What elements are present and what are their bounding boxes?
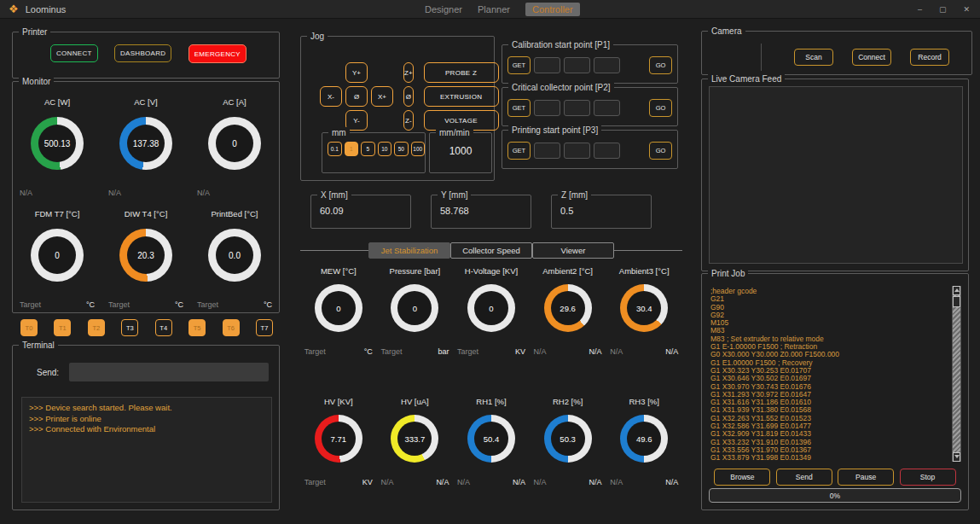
print-job-button[interactable]: Stop (900, 469, 956, 486)
step-size-button[interactable]: 1 (345, 142, 359, 156)
tool-button[interactable]: T0 (20, 319, 38, 336)
point-coordinate-field[interactable] (534, 57, 560, 73)
gauge-label: MEW [°C] (321, 266, 357, 277)
terminal-send-input[interactable] (69, 363, 269, 381)
point-coordinate-field[interactable] (564, 143, 590, 159)
gauge-value: 0.0 (208, 229, 261, 282)
jog-z-minus-button[interactable]: Z- (403, 110, 414, 131)
jog-z-home-button[interactable]: Ø (403, 86, 414, 107)
step-size-button[interactable]: 100 (411, 142, 426, 156)
gauge-value: 500.13 (31, 117, 84, 170)
step-size-button[interactable]: 0.1 (328, 142, 342, 156)
jog-action-button[interactable]: EXTRUSION (424, 86, 499, 107)
gauge: AC [W] 500.13 N/A (13, 97, 101, 197)
gauge-value: 50.3 (544, 415, 592, 463)
jog-xy-home-button[interactable]: Ø (345, 86, 368, 107)
gauge-value: 29.6 (544, 284, 592, 332)
terminal-log-line: >>> Connected with Environmental (29, 424, 264, 435)
point-go-button[interactable]: GO (649, 142, 672, 160)
jog-step-settings: mm 0.1 1 5 10 50 100 mm/min 1000 (322, 132, 492, 173)
app-logo-icon: ❖ (9, 3, 19, 15)
tool-button[interactable]: T1 (54, 319, 71, 336)
tool-button[interactable]: T5 (188, 319, 206, 336)
gauge-target-label: N/A (108, 189, 121, 197)
camera-button[interactable]: Record (910, 49, 949, 66)
gauge-unit-label: N/A (589, 347, 602, 356)
print-job-button[interactable]: Pause (838, 469, 894, 486)
jog-y-plus-button[interactable]: Y+ (345, 62, 368, 83)
step-size-button[interactable]: 50 (394, 142, 409, 156)
nav-tab[interactable]: Planner (478, 4, 510, 15)
view-tab[interactable]: Jet Stabilization (368, 242, 450, 259)
gauge-label: AC [A] (223, 97, 246, 108)
title-bar: ❖ Loominus Designer Planner Controller –… (0, 0, 980, 19)
gauge-sublabels: N/A N/A (457, 478, 525, 486)
gauge-value: 50.4 (467, 415, 515, 463)
step-size-button[interactable]: 10 (378, 142, 392, 156)
gcode-scrollbar[interactable] (952, 286, 961, 462)
camera-select[interactable] (710, 44, 762, 71)
gauge-target-label: N/A (20, 189, 32, 197)
scrollbar-thumb[interactable] (953, 296, 960, 307)
gauge-target-label: N/A (534, 347, 547, 356)
gauge-dial: 0 (31, 229, 84, 282)
print-job-button[interactable]: Browse (714, 469, 770, 486)
gauge-dial: 0 (208, 117, 261, 170)
point-get-button[interactable]: GET (507, 56, 531, 74)
gauge-target-label: Target (457, 347, 478, 356)
gauge-sublabels: N/A (20, 189, 95, 197)
maximize-icon[interactable]: ▢ (939, 5, 947, 14)
camera-button[interactable]: Connect (852, 49, 891, 66)
tool-button[interactable]: T6 (223, 319, 240, 336)
printer-button[interactable]: EMERGENCY (188, 44, 246, 63)
minimize-icon[interactable]: – (918, 5, 922, 14)
point-coordinate-field[interactable] (564, 57, 590, 73)
axis-position-label: Z [mm] (558, 189, 591, 201)
gauge-value: 0 (208, 117, 261, 170)
gauge-value: 0 (31, 229, 84, 282)
jog-x-minus-button[interactable]: X- (320, 86, 342, 107)
point-go-button[interactable]: GO (649, 99, 672, 117)
scroll-up-icon (954, 288, 960, 292)
camera-button[interactable]: Scan (794, 49, 833, 66)
tool-button[interactable]: T2 (88, 319, 105, 336)
printer-button[interactable]: DASHBOARD (114, 44, 171, 62)
monitor-panel: Monitor AC [W] 500.13 N/A AC [V] 137.38 (12, 81, 280, 313)
scroll-down-button[interactable] (953, 452, 960, 462)
nav-tab[interactable]: Controller (525, 3, 580, 16)
jog-action-button[interactable]: PROBE Z (424, 62, 499, 83)
nav-tab[interactable]: Designer (425, 4, 462, 15)
gauge-label: HV [uA] (401, 397, 429, 408)
tool-button[interactable]: T4 (155, 319, 172, 336)
view-tab[interactable]: Viewer (532, 242, 614, 259)
point-get-button[interactable]: GET (507, 99, 531, 117)
feed-rate-group: mm/min 1000 (429, 132, 492, 173)
point-get-button[interactable]: GET (507, 142, 531, 160)
view-tab[interactable]: Collector Speed (450, 242, 532, 259)
print-job-button[interactable]: Send (776, 469, 832, 486)
scroll-up-button[interactable] (953, 286, 960, 295)
step-size-button[interactable]: 5 (361, 142, 375, 156)
point-coordinate-field[interactable] (594, 143, 620, 159)
printer-button[interactable]: CONNECT (50, 44, 98, 62)
point-coordinate-field[interactable] (594, 100, 620, 116)
terminal-log: >>> Device search started. Please wait. … (21, 397, 272, 503)
jog-z-plus-button[interactable]: Z+ (403, 62, 414, 83)
point-go-button[interactable]: GO (649, 56, 672, 74)
gauge-sublabels: N/A N/A (610, 347, 678, 356)
gauge: FDM T7 [°C] 0 Target °C (13, 209, 101, 309)
tool-button[interactable]: T7 (256, 319, 273, 336)
jog-x-plus-button[interactable]: X+ (371, 86, 393, 107)
point-coordinate-field[interactable] (534, 100, 560, 116)
jog-panel-title: Jog (307, 31, 328, 42)
point-coordinate-field[interactable] (564, 100, 590, 116)
gauge-dial: 0 (467, 284, 515, 332)
gcode-viewer: ;header gcode G21 G90 G92 M105 M83 M83 ;… (709, 286, 961, 462)
close-icon[interactable]: ✕ (963, 5, 970, 14)
print-job-title: Print Job (708, 268, 748, 279)
point-coordinate-field[interactable] (534, 143, 560, 159)
point-coordinate-field[interactable] (594, 57, 620, 73)
tool-button[interactable]: T3 (121, 319, 138, 336)
gauge-sublabels: N/A N/A (534, 347, 602, 356)
gcode-list[interactable]: ;header gcode G21 G90 G92 M105 M83 M83 ;… (710, 288, 949, 462)
